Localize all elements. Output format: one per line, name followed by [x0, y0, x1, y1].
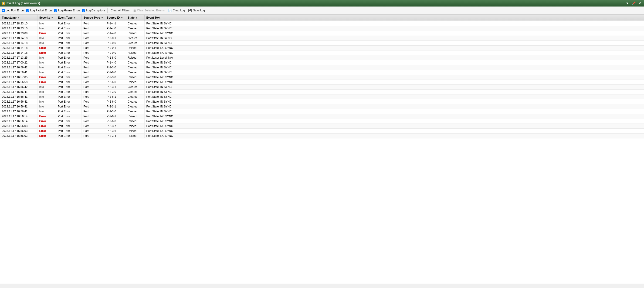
table-row[interactable]: 2023.11.17 16:56:41InfoPort ErrorPortP-2… [0, 109, 644, 114]
filter-icon-timestamp[interactable]: ▼ [18, 16, 20, 19]
checkbox-input-log-alarms-errors[interactable] [54, 9, 57, 12]
cell-eventtype: Port Error [56, 60, 82, 65]
cell-sourcetype: Port [82, 90, 105, 94]
event-log-table-container[interactable]: Timestamp▼Severity▼Event Type▼Source Typ… [0, 15, 644, 284]
checkbox-label-log-port-errors: Log Port Errors [6, 9, 24, 12]
table-row[interactable]: 2023.11.17 18:14:18ErrorPort ErrorPortP-… [0, 46, 644, 50]
table-row[interactable]: 2023.11.17 16:56:14ErrorPort ErrorPortP-… [0, 114, 644, 119]
table-row[interactable]: 2023.11.17 16:56:03ErrorPort ErrorPortP-… [0, 134, 644, 138]
cell-sourceid: P-2-3-1 [105, 85, 126, 90]
cell-eventtype: Port Error [56, 134, 82, 138]
toolbar-checkbox-log-port-errors[interactable]: Log Port Errors [2, 9, 24, 12]
table-row[interactable]: 2023.11.17 18:14:18ErrorPort ErrorPortP-… [0, 50, 644, 55]
cell-sourcetype: Port [82, 129, 105, 134]
column-header-sourceid[interactable]: Source ID▼ [105, 15, 126, 21]
cell-eventtext: Port State: IN SYNC [144, 65, 644, 70]
table-row[interactable]: 2023.11.17 16:56:42InfoPort ErrorPortP-2… [0, 85, 644, 90]
filter-icon-eventtype[interactable]: ▼ [74, 16, 76, 19]
cell-eventtext: Port State: NO SYNC [144, 124, 644, 129]
column-header-eventtext[interactable]: Event Text [144, 15, 644, 21]
cell-sourceid: P-2-3-1 [105, 104, 126, 109]
cell-sourceid: P-2-6-1 [105, 114, 126, 119]
save-log-button[interactable]: 💾Save Log [187, 8, 206, 13]
table-row[interactable]: 2023.11.17 18:14:18InfoPort ErrorPortP-0… [0, 41, 644, 46]
cell-severity: Error [37, 75, 56, 80]
th-label-severity: Severity [39, 16, 50, 19]
column-header-eventtype[interactable]: Event Type▼ [56, 15, 82, 21]
clear-log-label: Clear Log [173, 9, 185, 12]
cell-sourceid: P-1-4-0 [105, 31, 126, 36]
cell-severity: Info [37, 70, 56, 75]
table-row[interactable]: 2023.11.17 18:23:10InfoPort ErrorPortP-1… [0, 26, 644, 31]
cell-timestamp: 2023.11.17 16:56:14 [0, 119, 37, 124]
column-header-severity[interactable]: Severity▼ [37, 15, 56, 21]
toolbar-checkbox-log-alarms-errors[interactable]: Log Alarms Errors [54, 9, 80, 12]
cell-sourceid: P-2-3-0 [105, 75, 126, 80]
cell-timestamp: 2023.11.17 16:56:41 [0, 104, 37, 109]
table-row[interactable]: 2023.11.17 18:23:08ErrorPort ErrorPortP-… [0, 31, 644, 36]
table-row[interactable]: 2023.11.17 18:14:18InfoPort ErrorPortP-0… [0, 36, 644, 41]
table-row[interactable]: 2023.11.17 16:59:41InfoPort ErrorPortP-2… [0, 70, 644, 75]
filter-icon-state[interactable]: ▼ [136, 16, 138, 19]
cell-sourcetype: Port [82, 109, 105, 114]
minimize-button[interactable]: ▼ [625, 2, 630, 5]
table-row[interactable]: 2023.11.17 16:57:05ErrorPort ErrorPortP-… [0, 75, 644, 80]
toolbar-separator-1 [107, 8, 108, 13]
table-row[interactable]: 2023.11.17 16:56:41InfoPort ErrorPortP-2… [0, 104, 644, 109]
cell-eventtext: Port State: IN SYNC [144, 41, 644, 46]
cell-sourceid: P-1-4-1 [105, 21, 126, 26]
filter-icon-sourceid[interactable]: ▼ [121, 16, 123, 19]
cell-timestamp: 2023.11.17 18:14:18 [0, 41, 37, 46]
filter-icon-sourcetype[interactable]: ▼ [101, 16, 104, 19]
table-row[interactable]: 2023.11.17 16:56:14ErrorPort ErrorPortP-… [0, 119, 644, 124]
cell-sourceid: P-2-6-0 [105, 119, 126, 124]
column-header-sourcetype[interactable]: Source Type▼ [82, 15, 105, 21]
toolbar-checkbox-log-disruptions[interactable]: Log Disruptions [82, 9, 105, 12]
cell-eventtype: Port Error [56, 41, 82, 46]
close-button[interactable]: ✕ [638, 2, 642, 5]
event-log-table: Timestamp▼Severity▼Event Type▼Source Typ… [0, 15, 644, 138]
checkbox-label-log-packet-errors: Log Packet Errors [30, 9, 52, 12]
table-row[interactable]: 2023.11.17 16:59:42InfoPort ErrorPortP-2… [0, 65, 644, 70]
table-row[interactable]: 2023.11.17 16:56:41InfoPort ErrorPortP-2… [0, 99, 644, 104]
cell-severity: Info [37, 55, 56, 60]
save-log-icon: 💾 [188, 8, 192, 12]
table-row[interactable]: 2023.11.17 16:56:03ErrorPort ErrorPortP-… [0, 129, 644, 134]
cell-severity: Error [37, 50, 56, 55]
checkbox-input-log-port-errors[interactable] [2, 9, 5, 12]
cell-eventtext: Port State: NO SYNC [144, 80, 644, 85]
cell-eventtext: Port State: NO SYNC [144, 119, 644, 124]
cell-sourcetype: Port [82, 99, 105, 104]
table-row[interactable]: 2023.11.17 17:13:25InfoPort ErrorPortP-1… [0, 55, 644, 60]
checkbox-input-log-disruptions[interactable] [82, 9, 85, 12]
pin-button[interactable]: 📌 [631, 2, 636, 5]
table-row[interactable]: 2023.11.17 17:00:22InfoPort ErrorPortP-1… [0, 60, 644, 65]
table-row[interactable]: 2023.11.17 16:56:41InfoPort ErrorPortP-2… [0, 90, 644, 94]
table-row[interactable]: 2023.11.17 16:56:58ErrorPort ErrorPortP-… [0, 80, 644, 85]
cell-eventtype: Port Error [56, 124, 82, 129]
cell-eventtype: Port Error [56, 94, 82, 99]
table-row[interactable]: 2023.11.17 16:56:41InfoPort ErrorPortP-2… [0, 94, 644, 99]
cell-sourcetype: Port [82, 60, 105, 65]
cell-sourcetype: Port [82, 41, 105, 46]
column-header-timestamp[interactable]: Timestamp▼ [0, 15, 37, 21]
cell-timestamp: 2023.11.17 16:59:42 [0, 65, 37, 70]
toolbar-checkbox-log-packet-errors[interactable]: Log Packet Errors [26, 9, 52, 12]
table-row[interactable]: 2023.11.17 16:56:03ErrorPort ErrorPortP-… [0, 124, 644, 129]
cell-timestamp: 2023.11.17 18:23:10 [0, 21, 37, 26]
cell-severity: Error [37, 114, 56, 119]
column-header-state[interactable]: State▼ [126, 15, 144, 21]
checkbox-input-log-packet-errors[interactable] [26, 9, 29, 12]
cell-eventtext: Port State: NO SYNC [144, 114, 644, 119]
clear-log-button[interactable]: 📄Clear Log [166, 8, 186, 13]
cell-timestamp: 2023.11.17 16:56:03 [0, 134, 37, 138]
table-row[interactable]: 2023.11.17 18:23:10InfoPort ErrorPortP-1… [0, 21, 644, 26]
cell-severity: Info [37, 65, 56, 70]
cell-sourcetype: Port [82, 80, 105, 85]
table-header: Timestamp▼Severity▼Event Type▼Source Typ… [0, 15, 644, 21]
clear-all-filters-button[interactable]: Clear All Filters [110, 8, 131, 13]
cell-timestamp: 2023.11.17 16:56:42 [0, 85, 37, 90]
clear-selected-events-label: Clear Selected Events [137, 9, 165, 12]
cell-sourcetype: Port [82, 26, 105, 31]
filter-icon-severity[interactable]: ▼ [51, 16, 53, 19]
